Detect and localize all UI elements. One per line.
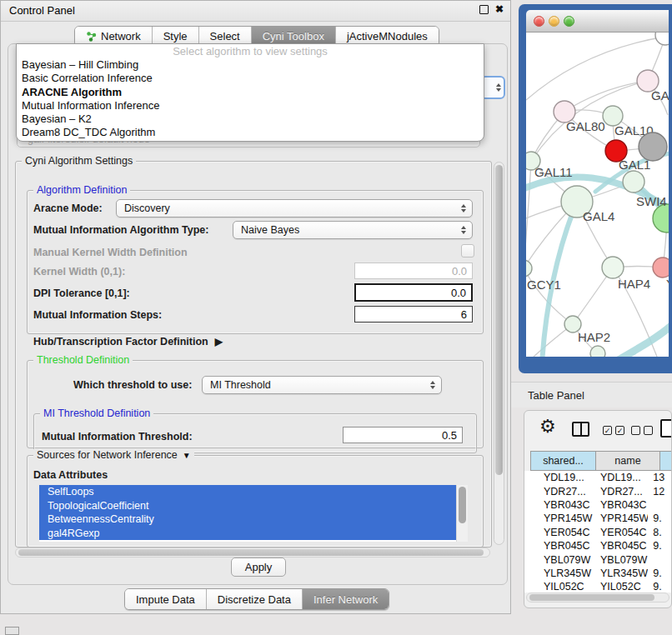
tab-infer-network[interactable]: Infer Network [303, 589, 389, 609]
zoom-traffic-light-icon[interactable] [564, 16, 574, 27]
data-attributes-label: Data Attributes [33, 469, 108, 481]
network-edge[interactable] [526, 161, 531, 268]
scrollbar-thumb[interactable] [495, 165, 503, 475]
mi-steps-field[interactable]: 6 [354, 306, 473, 322]
mi-threshold-label: Mutual Information Threshold: [42, 431, 193, 442]
collapse-triangle-icon[interactable]: ▼ [183, 451, 191, 460]
network-node[interactable] [623, 171, 644, 192]
table-cell: YPR145W [536, 512, 593, 524]
tab-discretize-data[interactable]: Discretize Data [207, 589, 303, 609]
float-panel-icon[interactable] [479, 5, 489, 14]
attribute-list-item[interactable]: SelfLoops [39, 485, 456, 499]
select-all-icon[interactable]: ✓✓ [603, 426, 624, 435]
algorithm-option[interactable]: ARACNE Algorithm [17, 86, 484, 99]
settings-horizontal-scrollbar[interactable] [15, 548, 490, 558]
close-traffic-light-icon[interactable] [534, 16, 544, 27]
node-label: HAP2 [578, 330, 610, 344]
table-row[interactable]: YDL19...YDL19...13 [536, 471, 672, 484]
attribute-list-item[interactable]: TopologicalCoefficient [39, 499, 456, 513]
table-cell: 13 [648, 472, 672, 483]
attribute-list-item[interactable]: gal4RGexp [39, 527, 456, 541]
mi-type-combo[interactable]: Naive Bayes [233, 221, 473, 239]
gear-icon[interactable]: ⚙ [539, 418, 556, 436]
network-edge[interactable] [611, 325, 669, 357]
algorithm-dropdown[interactable]: Select algorithm to view settings Bayesi… [16, 43, 484, 142]
deselect-all-icon[interactable] [631, 426, 653, 435]
dpi-tolerance-label: DPI Tolerance [0,1]: [33, 288, 130, 299]
network-node-hap4[interactable] [602, 257, 624, 278]
apply-button[interactable]: Apply [231, 558, 286, 577]
network-node[interactable] [655, 32, 669, 45]
algorithm-option[interactable]: Bayesian – K2 [17, 112, 484, 126]
network-node-swi4[interactable] [653, 204, 669, 232]
network-node-gcy1[interactable] [526, 260, 532, 277]
minimize-traffic-light-icon[interactable] [549, 16, 559, 27]
scrollbar-thumb[interactable] [529, 594, 654, 601]
node-label: HAP4 [618, 277, 650, 291]
collapsed-panel-button[interactable] [5, 627, 19, 635]
column-header[interactable]: shared... [530, 451, 596, 471]
table-cell: YBL079W [536, 554, 593, 566]
node-label: GAL4 [583, 209, 614, 223]
combo-stepper-icon [426, 381, 439, 389]
which-threshold-combo[interactable]: MI Threshold [202, 376, 442, 394]
kernel-width-field[interactable]: 0.0 [354, 262, 473, 279]
network-node[interactable] [590, 346, 605, 357]
algorithm-option[interactable]: Basic Correlation Inference [17, 72, 484, 85]
node-label: GAL [651, 88, 669, 102]
table-header: shared...nameA [524, 451, 671, 471]
list-vertical-scrollbar[interactable] [456, 485, 468, 542]
table-cell: YBR045C [536, 540, 593, 552]
column-header[interactable]: A [660, 451, 672, 471]
network-window[interactable]: GALGAL80GAL10GAL1GAL11SWI4GAL4GCY1HAP4YH… [519, 4, 672, 373]
tab-impute-data[interactable]: Impute Data [125, 589, 207, 609]
table-row[interactable]: YER054CYER054C8. [536, 526, 672, 539]
table-row[interactable]: YBR043CYBR043C [536, 498, 672, 512]
hub-definition-label: Hub/Transcription Factor Definition [33, 336, 208, 348]
algorithm-option[interactable]: Bayesian – Hill Climbing [17, 58, 484, 72]
aracne-mode-combo[interactable]: Discovery [116, 199, 473, 218]
scrollbar-thumb[interactable] [459, 487, 466, 523]
node-label: GAL11 [534, 165, 573, 179]
network-edge[interactable] [564, 81, 648, 112]
table-row[interactable]: YDR27...YDR27...12 [536, 484, 672, 498]
combo-stepper-icon [457, 226, 470, 234]
table-horizontal-scrollbar[interactable] [526, 592, 669, 602]
column-header[interactable]: name [596, 451, 660, 471]
close-panel-icon[interactable]: ✖ [495, 3, 504, 15]
manual-kernel-label: Manual Kernel Width Definition [33, 247, 188, 258]
network-node-y[interactable] [653, 258, 669, 278]
table-cell: 9. [648, 512, 672, 524]
table-body: YDL19...YDL19...13YDR27...YDR27...12YBR0… [524, 471, 672, 592]
network-window-titlebar[interactable] [526, 10, 669, 32]
scrollbar-thumb[interactable] [18, 549, 484, 556]
table-row[interactable]: YPR145WYPR145W9. [536, 512, 672, 525]
dpi-tolerance-field[interactable]: 0.0 [354, 283, 473, 302]
table-row[interactable]: YBR045CYBR045C9. [536, 539, 672, 552]
tab-label: Select [210, 30, 240, 42]
manual-kernel-checkbox[interactable] [461, 244, 474, 258]
algorithm-option[interactable]: Dream8 DC_TDC Algorithm [17, 126, 484, 139]
expand-triangle-icon[interactable]: ▶ [215, 336, 223, 348]
attribute-list-item[interactable]: BetweennessCentrality [39, 512, 456, 527]
table-panel-bar: Table Panel [511, 382, 672, 408]
hub-definition-expander[interactable]: Hub/Transcription Factor Definition▶ [33, 336, 223, 348]
network-canvas[interactable]: GALGAL80GAL10GAL1GAL11SWI4GAL4GCY1HAP4YH… [526, 32, 669, 357]
settings-vertical-scrollbar[interactable] [494, 162, 504, 545]
split-table-icon[interactable] [572, 422, 589, 437]
data-attributes-list[interactable]: SelfLoopsTopologicalCoefficientBetweenne… [39, 485, 468, 542]
table-cell: YBL079W [593, 554, 648, 566]
tab-label: Cyni Toolbox [263, 30, 324, 42]
sources-group-title[interactable]: Sources for Network Inference▼ [33, 449, 194, 461]
network-node[interactable] [639, 132, 667, 161]
algorithm-dropdown-list: Bayesian – Hill ClimbingBasic Correlatio… [17, 58, 484, 140]
algorithm-option[interactable]: Mutual Information Inference [17, 99, 484, 112]
table-row[interactable]: YLR345WYLR345W9. [536, 567, 672, 580]
table-cell: 8. [648, 527, 672, 538]
table-row[interactable]: YBL079WYBL079W [536, 552, 672, 566]
bottom-tab-bar: Impute DataDiscretize DataInfer Network [124, 588, 389, 610]
new-column-icon[interactable] [660, 419, 672, 438]
algorithm-dropdown-prompt: Select algorithm to view settings [17, 44, 484, 58]
mi-threshold-field[interactable]: 0.5 [343, 427, 463, 443]
table-row[interactable]: YIL052CYIL052C9. [536, 580, 672, 592]
